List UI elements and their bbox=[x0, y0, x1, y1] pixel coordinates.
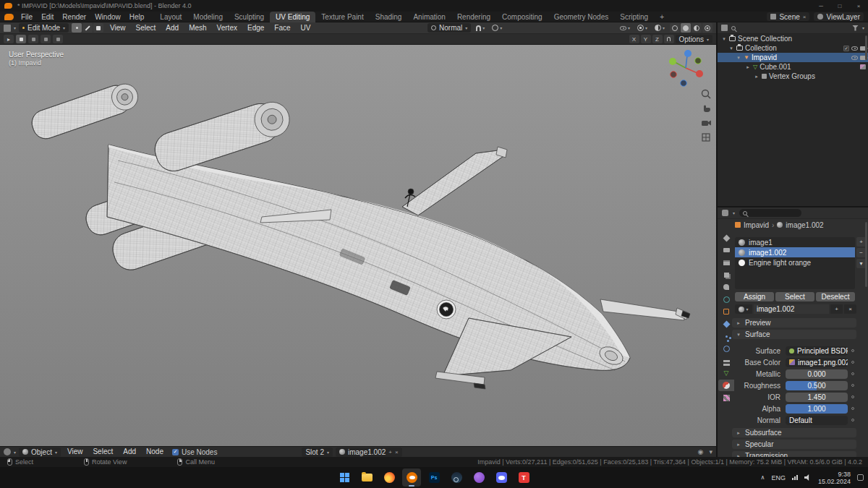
mirror-y-toggle[interactable]: Y bbox=[641, 35, 651, 43]
decorator-icon[interactable] bbox=[851, 361, 854, 364]
viewport-3d-model[interactable] bbox=[0, 45, 716, 446]
expand-icon[interactable]: ▾ bbox=[728, 46, 734, 51]
snapping-icon[interactable]: ▾ bbox=[709, 448, 712, 455]
decorator-icon[interactable] bbox=[851, 372, 854, 375]
expand-icon[interactable]: ▸ bbox=[745, 64, 751, 70]
editor-type-icon[interactable] bbox=[4, 25, 11, 32]
workspace-tab-rendering[interactable]: Rendering bbox=[451, 12, 496, 22]
properties-tab-object-data[interactable]: ▽ bbox=[718, 367, 734, 379]
material-shading-button[interactable] bbox=[692, 23, 702, 33]
outliner-editor-icon[interactable] bbox=[721, 25, 728, 31]
scene-unlink-icon[interactable]: × bbox=[803, 14, 807, 20]
pin-icon[interactable]: ◉ bbox=[698, 448, 704, 455]
steam-icon[interactable] bbox=[447, 468, 466, 487]
breadcrumb-material[interactable]: image1.002 bbox=[786, 221, 823, 229]
vertex-select-button[interactable] bbox=[72, 23, 82, 33]
roughness-slider[interactable]: 0.500 bbox=[786, 381, 848, 390]
workspace-tab-layout[interactable]: Layout bbox=[154, 12, 187, 22]
gizmos-toggle[interactable]: ▾ bbox=[635, 23, 650, 33]
expand-icon[interactable]: ▸ bbox=[754, 74, 760, 80]
shader-menu-node[interactable]: Node bbox=[142, 446, 167, 458]
specular-panel-header[interactable]: ▸Specular bbox=[732, 440, 856, 449]
photoshop-icon[interactable]: Ps bbox=[425, 468, 443, 487]
viewport-menu-mesh[interactable]: Mesh bbox=[185, 22, 210, 34]
workspace-tab-uv-editing[interactable]: UV Editing bbox=[270, 12, 315, 22]
decorator-icon[interactable] bbox=[851, 349, 854, 352]
properties-tab-view-layer[interactable] bbox=[718, 269, 734, 281]
solid-shading-button[interactable] bbox=[681, 23, 691, 33]
menu-render[interactable]: Render bbox=[58, 12, 90, 22]
blender-taskbar-icon[interactable] bbox=[402, 468, 421, 487]
overlays-toggle[interactable]: ▾ bbox=[652, 23, 667, 33]
zoom-icon[interactable] bbox=[700, 88, 712, 100]
alpha-slider[interactable]: 1.000 bbox=[786, 404, 848, 414]
workspace-tab-sculpting[interactable]: Sculpting bbox=[229, 12, 270, 22]
shader-editor-type-caret-icon[interactable]: ▾ bbox=[14, 450, 16, 455]
hidden-icons-chevron[interactable]: ∧ bbox=[761, 474, 765, 481]
maximize-button[interactable]: □ bbox=[830, 0, 849, 12]
select-subtract-button[interactable] bbox=[41, 35, 51, 43]
material-slot-image1[interactable]: image1 bbox=[735, 237, 855, 247]
decorator-icon[interactable] bbox=[851, 419, 854, 421]
shader-menu-view[interactable]: View bbox=[64, 446, 87, 458]
properties-tab-world[interactable] bbox=[718, 294, 734, 305]
rendered-shading-button[interactable] bbox=[702, 23, 712, 33]
face-select-button[interactable] bbox=[93, 23, 103, 33]
material-datablock-selector[interactable]: image1.002 + × bbox=[336, 448, 402, 457]
decorator-icon[interactable] bbox=[851, 395, 854, 398]
preview-panel-header[interactable]: ▸Preview bbox=[732, 318, 856, 328]
workspace-tab-geometry-nodes[interactable]: Geometry Nodes bbox=[548, 12, 615, 22]
minimize-button[interactable]: ─ bbox=[812, 0, 830, 12]
notification-center-icon[interactable] bbox=[857, 474, 864, 481]
properties-tab-material[interactable] bbox=[718, 380, 734, 391]
normal-input[interactable]: Default bbox=[786, 416, 848, 425]
proportional-editing-toggle[interactable]: ▾ bbox=[490, 23, 504, 33]
material-slot-image1-002[interactable]: image1.002 bbox=[735, 247, 855, 257]
base-color-image-selector[interactable]: image1.png.002 bbox=[786, 358, 848, 367]
outliner-options-caret-icon[interactable]: ▾ bbox=[862, 25, 864, 30]
select-extend-button[interactable] bbox=[28, 35, 38, 43]
properties-tab-tool[interactable] bbox=[718, 232, 734, 244]
exclude-checkbox[interactable]: ✓ bbox=[843, 46, 849, 51]
scene-selector[interactable]: Scene × bbox=[767, 12, 809, 21]
outliner-row-cube-001[interactable]: ▸ ▽ Cube.001 bbox=[718, 62, 868, 72]
subsurface-panel-header[interactable]: ▸Subsurface bbox=[732, 428, 856, 437]
material-slot-engine-light-orange[interactable]: Engine light orange bbox=[735, 257, 855, 267]
viewport-menu-uv[interactable]: UV bbox=[297, 22, 315, 34]
mirror-x-toggle[interactable]: X bbox=[629, 35, 639, 43]
camera-view-icon[interactable] bbox=[700, 117, 712, 129]
decorator-icon[interactable] bbox=[851, 407, 854, 410]
properties-search-input[interactable] bbox=[739, 209, 801, 217]
properties-editor-caret-icon[interactable]: ▾ bbox=[733, 210, 735, 215]
pan-hand-icon[interactable] bbox=[700, 103, 712, 114]
properties-editor-icon[interactable] bbox=[722, 210, 728, 216]
viewport-menu-add[interactable]: Add bbox=[162, 22, 182, 34]
viewport-menu-face[interactable]: Face bbox=[271, 22, 294, 34]
properties-tab-scene[interactable] bbox=[718, 281, 734, 293]
menu-file[interactable]: File bbox=[17, 12, 37, 22]
unlink-material-button[interactable]: × bbox=[844, 304, 856, 314]
surface-shader-selector[interactable]: Principled BSDF bbox=[786, 346, 848, 356]
workspace-tab-animation[interactable]: Animation bbox=[407, 12, 451, 22]
wireframe-shading-button[interactable] bbox=[670, 23, 680, 33]
taskbar-clock[interactable]: 9:38 15.02.2024 bbox=[818, 471, 851, 485]
menu-window[interactable]: Window bbox=[90, 12, 125, 22]
workspace-tab-compositing[interactable]: Compositing bbox=[496, 12, 548, 22]
viewport-menu-vertex[interactable]: Vertex bbox=[213, 22, 241, 34]
properties-tab-constraints[interactable] bbox=[718, 355, 734, 367]
slot-selector[interactable]: Slot 2▾ bbox=[302, 448, 333, 457]
select-button[interactable]: Select bbox=[775, 292, 814, 301]
discord-icon[interactable] bbox=[492, 468, 511, 487]
blender-menu-icon[interactable] bbox=[4, 14, 14, 20]
mirror-z-toggle[interactable]: Z bbox=[652, 35, 663, 43]
speaker-icon[interactable] bbox=[804, 474, 812, 481]
new-material-button[interactable]: + bbox=[830, 304, 843, 314]
view-layer-selector[interactable]: ViewLayer bbox=[814, 12, 864, 21]
workspace-tab-modeling[interactable]: Modeling bbox=[187, 12, 229, 22]
edge-select-button[interactable] bbox=[82, 23, 93, 33]
workspace-tab-texture-paint[interactable]: Texture Paint bbox=[315, 12, 369, 22]
select-intersect-button[interactable] bbox=[53, 35, 63, 43]
material-name-field[interactable]: image1.002 bbox=[754, 304, 829, 314]
shader-editor-type-icon[interactable] bbox=[4, 448, 11, 455]
viewport-menu-view[interactable]: View bbox=[106, 22, 129, 34]
